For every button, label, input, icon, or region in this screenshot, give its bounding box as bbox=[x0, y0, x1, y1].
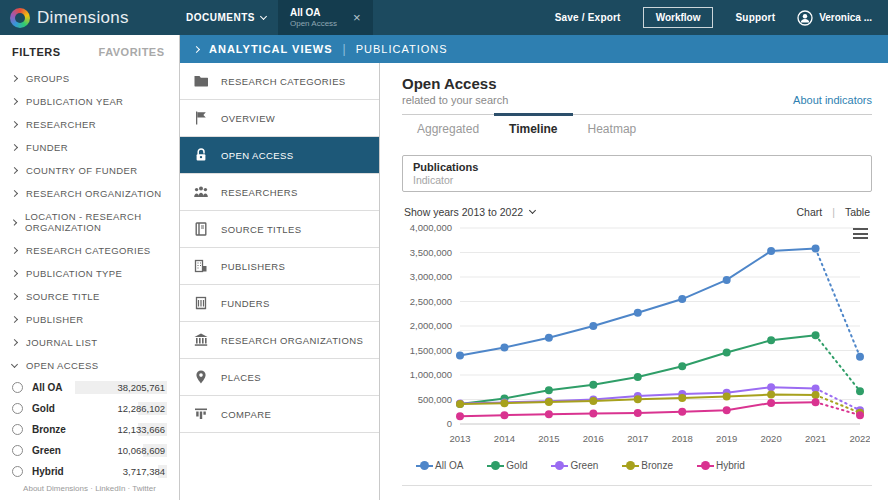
brand-name: Dimensions bbox=[37, 8, 129, 28]
chevron-right-icon[interactable] bbox=[193, 45, 200, 52]
timeline-line-chart[interactable]: 0500,0001,000,0001,500,0002,000,0002,500… bbox=[402, 220, 870, 456]
chevron-right-icon bbox=[11, 98, 18, 105]
legend-dot-icon bbox=[701, 461, 710, 470]
radio-icon[interactable] bbox=[12, 403, 23, 414]
footer-links-1[interactable]: About Dimensions · LinkedIn · Twitter bbox=[0, 482, 179, 496]
chevron-right-icon bbox=[11, 121, 18, 128]
oa-option-all-oa[interactable]: All OA 38,205,761 bbox=[0, 377, 179, 398]
filter-label: GROUPS bbox=[26, 73, 70, 84]
chart-toggle-chart[interactable]: Chart bbox=[796, 206, 822, 218]
radio-icon[interactable] bbox=[12, 424, 23, 435]
legend-item-bronze[interactable]: Bronze bbox=[626, 460, 673, 471]
chart-menu-icon[interactable] bbox=[853, 228, 868, 242]
filter-open-access[interactable]: OPEN ACCESS bbox=[0, 354, 179, 377]
menu-open-access[interactable]: OPEN ACCESS bbox=[180, 137, 379, 174]
menu-researchers[interactable]: RESEARCHERS bbox=[180, 174, 379, 211]
filter-label: RESEARCH ORGANIZATION bbox=[26, 188, 161, 199]
menu-publishers[interactable]: PUBLISHERS bbox=[180, 248, 379, 285]
filter-publisher[interactable]: PUBLISHER bbox=[0, 308, 179, 331]
buildings-icon bbox=[192, 258, 209, 275]
menu-research-categories[interactable]: RESEARCH CATEGORIES bbox=[180, 63, 379, 100]
footer-links-2[interactable]: Privacy policy · Cookie settings · Legal… bbox=[0, 496, 179, 500]
menu-label: PUBLISHERS bbox=[221, 261, 285, 272]
save-export-button[interactable]: Save / Export bbox=[555, 12, 621, 23]
oa-option-label: Hybrid bbox=[32, 466, 64, 477]
tab-filters[interactable]: FILTERS bbox=[12, 46, 61, 58]
filter-journal-list[interactable]: JOURNAL LIST bbox=[0, 331, 179, 354]
tab-favorites[interactable]: FAVORITES bbox=[99, 46, 165, 58]
legend-item-all-oa[interactable]: All OA bbox=[420, 460, 463, 471]
filter-country-of-funder[interactable]: COUNTRY OF FUNDER bbox=[0, 159, 179, 182]
chevron-right-icon bbox=[11, 219, 17, 225]
filter-researcher[interactable]: RESEARCHER bbox=[0, 113, 179, 136]
close-icon[interactable]: × bbox=[353, 10, 361, 25]
svg-text:2020: 2020 bbox=[761, 433, 782, 444]
menu-research-organizations[interactable]: RESEARCH ORGANIZATIONS bbox=[180, 322, 379, 359]
filter-funder[interactable]: FUNDER bbox=[0, 136, 179, 159]
filter-label: PUBLISHER bbox=[26, 314, 83, 325]
filter-research-categories[interactable]: RESEARCH CATEGORIES bbox=[0, 239, 179, 262]
oa-option-count: 38,205,761 bbox=[117, 382, 167, 393]
filter-publication-year[interactable]: PUBLICATION YEAR bbox=[0, 90, 179, 113]
menu-source-titles[interactable]: SOURCE TITLES bbox=[180, 211, 379, 248]
brand[interactable]: Dimensions bbox=[0, 8, 170, 28]
menu-label: RESEARCH ORGANIZATIONS bbox=[221, 335, 363, 346]
filter-location-research-organization[interactable]: LOCATION - RESEARCH ORGANIZATION bbox=[0, 205, 179, 239]
menu-compare[interactable]: COMPARE bbox=[180, 396, 379, 433]
filters-sidebar: FILTERS FAVORITES GROUPS PUBLICATION YEA… bbox=[0, 35, 180, 500]
chart-toggle-table[interactable]: Table bbox=[845, 206, 870, 218]
page-subtitle: related to your search bbox=[402, 94, 508, 106]
legend-item-gold[interactable]: Gold bbox=[491, 460, 527, 471]
radio-icon[interactable] bbox=[12, 466, 23, 477]
tab-aggregated[interactable]: Aggregated bbox=[402, 115, 494, 143]
chevron-right-icon bbox=[11, 75, 18, 82]
chevron-right-icon bbox=[11, 167, 18, 174]
chart-table-toggle: Chart | Table bbox=[796, 206, 870, 218]
legend-item-hybrid[interactable]: Hybrid bbox=[701, 460, 745, 471]
chevron-right-icon bbox=[11, 293, 18, 300]
oa-option-label: Green bbox=[32, 445, 61, 456]
user-menu[interactable]: Veronica ... bbox=[797, 10, 872, 26]
oa-option-count: 12,286,102 bbox=[117, 403, 167, 414]
svg-text:2018: 2018 bbox=[672, 433, 693, 444]
filter-label: PUBLICATION YEAR bbox=[26, 96, 123, 107]
svg-text:2017: 2017 bbox=[627, 433, 648, 444]
filter-label: RESEARCH CATEGORIES bbox=[26, 245, 151, 256]
oa-option-bronze[interactable]: Bronze 12,133,666 bbox=[0, 419, 179, 440]
oa-option-hybrid[interactable]: Hybrid 3,717,384 bbox=[0, 461, 179, 482]
active-document-tab[interactable]: All OA Open Access × bbox=[278, 0, 373, 35]
radio-icon[interactable] bbox=[12, 382, 23, 393]
menu-places[interactable]: PLACES bbox=[180, 359, 379, 396]
svg-text:4,000,000: 4,000,000 bbox=[410, 222, 452, 233]
chevron-right-icon bbox=[11, 316, 18, 323]
svg-text:0: 0 bbox=[447, 418, 452, 429]
svg-text:2022: 2022 bbox=[849, 433, 870, 444]
filter-research-organization[interactable]: RESEARCH ORGANIZATION bbox=[0, 182, 179, 205]
oa-option-gold[interactable]: Gold 12,286,102 bbox=[0, 398, 179, 419]
indicator-selector[interactable]: Publications Indicator bbox=[402, 155, 872, 192]
documents-dropdown[interactable]: DOCUMENTS bbox=[186, 12, 266, 23]
tab-heatmap[interactable]: Heatmap bbox=[573, 115, 652, 143]
bar-chart-icon bbox=[192, 406, 209, 423]
filter-label: PUBLICATION TYPE bbox=[26, 268, 122, 279]
svg-text:2019: 2019 bbox=[716, 433, 737, 444]
workflow-button[interactable]: Workflow bbox=[643, 7, 714, 28]
oa-option-count: 12,133,666 bbox=[117, 424, 167, 435]
radio-icon[interactable] bbox=[12, 445, 23, 456]
toggle-divider: | bbox=[832, 206, 835, 218]
filter-source-title[interactable]: SOURCE TITLE bbox=[0, 285, 179, 308]
support-button[interactable]: Support bbox=[735, 12, 775, 23]
page-title: Open Access bbox=[402, 75, 872, 92]
dimensions-app: Dimensions DOCUMENTS All OA Open Access … bbox=[0, 0, 888, 500]
svg-text:2,500,000: 2,500,000 bbox=[410, 296, 452, 307]
filter-groups[interactable]: GROUPS bbox=[0, 67, 179, 90]
about-indicators-link[interactable]: About indicators bbox=[793, 94, 872, 106]
legend-item-green[interactable]: Green bbox=[555, 460, 598, 471]
filter-publication-type[interactable]: PUBLICATION TYPE bbox=[0, 262, 179, 285]
menu-funders[interactable]: FUNDERS bbox=[180, 285, 379, 322]
documents-label: DOCUMENTS bbox=[186, 12, 255, 23]
show-years-dropdown[interactable]: Show years 2013 to 2022 bbox=[404, 206, 535, 218]
menu-overview[interactable]: OVERVIEW bbox=[180, 100, 379, 137]
oa-option-green[interactable]: Green 10,068,609 bbox=[0, 440, 179, 461]
tab-timeline[interactable]: Timeline bbox=[494, 115, 572, 143]
